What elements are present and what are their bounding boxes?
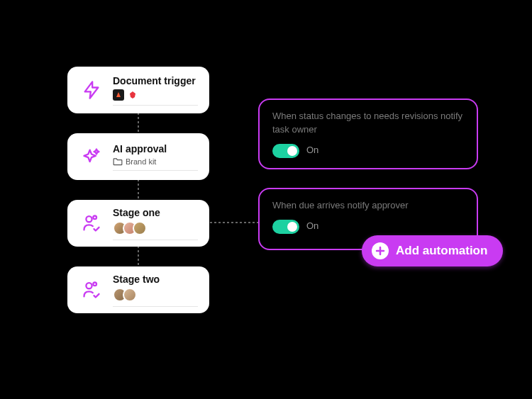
plus-icon	[372, 242, 389, 259]
app-chip-2	[127, 89, 138, 101]
automation-panel-1[interactable]: When status changes to needs revisions n…	[258, 99, 478, 169]
automation-description: When due arrives notify approver	[272, 199, 464, 213]
folder-icon	[113, 157, 123, 166]
automation-toggle[interactable]	[272, 144, 299, 158]
toggle-state-label: On	[306, 220, 318, 233]
stage-meta	[113, 288, 198, 302]
user-check-icon	[79, 210, 104, 236]
svg-point-7	[93, 283, 96, 286]
stage-card-stage-one[interactable]: Stage one	[67, 200, 209, 247]
app-chip-1	[113, 89, 124, 101]
stage-title: AI approval	[113, 143, 198, 154]
meta-label: Brand kit	[126, 157, 156, 166]
workflow-canvas: Document trigger AI approval	[0, 0, 532, 399]
avatar	[123, 288, 137, 302]
stage-card-document-trigger[interactable]: Document trigger	[67, 67, 209, 113]
toggle-state-label: On	[306, 144, 318, 157]
stage-meta	[113, 89, 198, 101]
stage-card-stage-two[interactable]: Stage two	[67, 266, 209, 313]
stage-meta	[113, 221, 198, 235]
stage-title: Document trigger	[113, 75, 198, 86]
automation-description: When status changes to needs revisions n…	[272, 110, 464, 137]
sparkle-icon	[79, 144, 104, 169]
lightning-icon	[79, 77, 104, 103]
avatar-stack	[113, 221, 147, 235]
stage-title: Stage two	[113, 274, 198, 285]
svg-point-5	[93, 216, 96, 220]
stage-title: Stage one	[113, 207, 198, 218]
avatar	[133, 221, 147, 235]
user-check-icon	[79, 277, 104, 303]
avatar-stack	[113, 288, 137, 302]
stage-meta: Brand kit	[113, 157, 198, 166]
svg-point-6	[86, 283, 92, 288]
add-automation-button[interactable]: Add automation	[362, 235, 503, 266]
stage-card-ai-approval[interactable]: AI approval Brand kit	[67, 133, 209, 180]
svg-point-4	[86, 216, 92, 222]
automation-toggle[interactable]	[272, 220, 299, 234]
add-automation-label: Add automation	[396, 244, 487, 258]
